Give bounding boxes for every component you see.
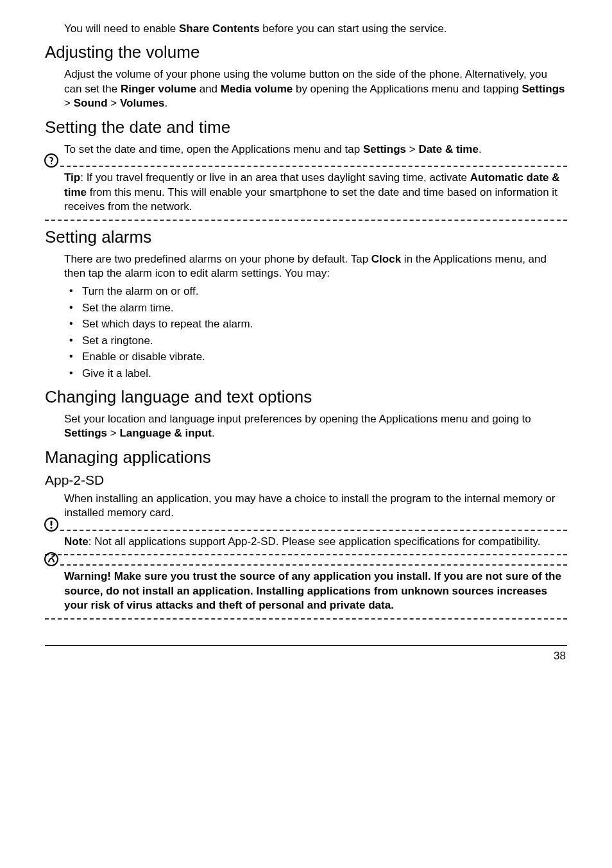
text: Set your location and language input pre… (64, 413, 531, 425)
text-bold: Settings (522, 83, 565, 95)
text: > (108, 97, 120, 109)
subheading-app-2-sd: App-2-SD (45, 473, 567, 488)
dashed-rule (45, 554, 567, 555)
text: before you can start using the service. (260, 22, 447, 35)
text: > (64, 97, 74, 109)
text-bold: Warning! Make sure you trust the source … (64, 570, 561, 611)
heading-language: Changing language and text options (45, 387, 567, 407)
text: > (406, 143, 418, 155)
dashed-rule (60, 564, 567, 566)
page-number: 38 (45, 650, 567, 663)
dashed-rule (45, 618, 567, 620)
text-bold: Volumes (120, 97, 165, 109)
heading-adjusting-volume: Adjusting the volume (45, 42, 567, 62)
paragraph: Set your location and language input pre… (64, 412, 567, 441)
warning-callout: Warning! Make sure you trust the source … (45, 564, 567, 619)
note-label: Note (64, 535, 89, 548)
text: : Not all applications support App-2-SD.… (89, 535, 541, 548)
paragraph: There are two predefined alarms on your … (64, 252, 567, 281)
text-bold: Sound (74, 97, 108, 109)
text-bold: Media volume (221, 83, 293, 95)
page: You will need to enable Share Contents b… (0, 0, 612, 682)
text-bold: Share Contents (179, 22, 260, 35)
text: There are two predefined alarms on your … (64, 253, 371, 265)
svg-rect-3 (51, 521, 53, 526)
list-item: Enable or disable vibrate. (64, 350, 567, 364)
svg-point-5 (45, 553, 58, 566)
dashed-rule (60, 166, 567, 167)
intro-paragraph: You will need to enable Share Contents b… (64, 22, 567, 36)
text: . (479, 143, 482, 155)
text: . (165, 97, 168, 109)
dashed-rule (45, 220, 567, 221)
dashed-rule (60, 530, 567, 531)
text-bold: Settings (363, 143, 406, 155)
text: You will need to enable (64, 22, 179, 35)
tip-text: Tip: If you travel frequently or live in… (45, 169, 567, 216)
paragraph: When installing an application, you may … (64, 492, 567, 521)
heading-managing-apps: Managing applications (45, 447, 567, 467)
list-item: Set the alarm time. (64, 301, 567, 315)
list-item: Turn the alarm on or off. (64, 284, 567, 299)
text: : If you travel frequently or live in an… (80, 171, 470, 184)
warning-text: Warning! Make sure you trust the source … (45, 568, 567, 615)
tip-label: Tip (64, 171, 80, 184)
text: and (196, 83, 221, 95)
svg-point-4 (50, 526, 52, 528)
text: by opening the Applications menu and tap… (293, 83, 522, 95)
paragraph: To set the date and time, open the Appli… (64, 143, 567, 157)
list-item: Set a ringtone. (64, 334, 567, 348)
heading-date-time: Setting the date and time (45, 117, 567, 137)
tip-icon (44, 153, 59, 168)
alarm-options-list: Turn the alarm on or off. Set the alarm … (64, 284, 567, 381)
paragraph: Adjust the volume of your phone using th… (64, 67, 567, 110)
text-bold: Ringer volume (121, 83, 196, 95)
text: . (212, 427, 215, 439)
list-item: Give it a label. (64, 367, 567, 381)
warning-icon (44, 551, 59, 567)
footer-rule (45, 645, 567, 646)
note-icon (44, 517, 59, 532)
text: To set the date and time, open the Appli… (64, 143, 363, 155)
svg-rect-1 (51, 163, 52, 165)
text-bold: Settings (64, 427, 107, 439)
note-callout: Note: Not all applications support App-2… (45, 530, 567, 555)
heading-alarms: Setting alarms (45, 227, 567, 247)
list-item: Set which days to repeat the alarm. (64, 317, 567, 331)
text: > (107, 427, 119, 439)
text-bold: Date & time (418, 143, 479, 155)
text-bold: Language & input (119, 427, 212, 439)
note-text: Note: Not all applications support App-2… (45, 534, 567, 551)
text: from this menu. This will enable your sm… (64, 186, 557, 213)
text-bold: Clock (371, 253, 401, 265)
tip-callout: Tip: If you travel frequently or live in… (45, 166, 567, 220)
